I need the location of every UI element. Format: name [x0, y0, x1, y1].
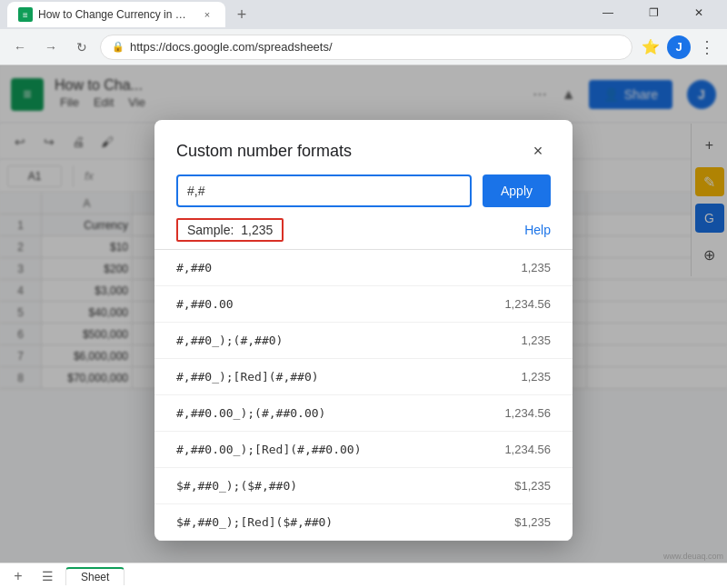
tab-favicon: ≡ — [18, 7, 33, 22]
url-bar[interactable]: 🔒 https://docs.google.com/spreadsheets/ — [100, 35, 632, 60]
active-tab[interactable]: ≡ How to Change Currency in Goo... × — [7, 2, 225, 27]
list-item[interactable]: $#,##0_);[Red]($#,##0) $1,235 — [154, 504, 573, 541]
format-preview: 1,235 — [521, 261, 551, 274]
tab-bar: ≡ How to Change Currency in Goo... × + — [7, 2, 587, 27]
page-content: ≡ How to Cha... File Edit Vie ⋯ ▲ 👤 Shar… — [0, 65, 727, 588]
format-code: $#,##0_);($#,##0) — [176, 479, 297, 493]
format-preview: 1,235 — [521, 334, 551, 347]
list-item[interactable]: #,##0 1,235 — [154, 250, 573, 286]
format-code: #,##0_);[Red](#,##0) — [176, 370, 319, 384]
format-preview: 1,235 — [521, 370, 551, 384]
title-bar: ≡ How to Change Currency in Goo... × + —… — [0, 0, 727, 29]
add-sheet-button[interactable]: + — [7, 565, 29, 587]
format-input-area: Apply — [154, 174, 573, 214]
reload-button[interactable]: ↻ — [69, 35, 95, 60]
close-button[interactable]: ✕ — [678, 0, 720, 25]
format-code: #,##0.00_);[Red](#,##0.00) — [176, 443, 362, 456]
format-preview: $1,235 — [514, 515, 551, 529]
list-item[interactable]: #,##0_);(#,##0) 1,235 — [154, 323, 573, 359]
list-item[interactable]: #,##0.00_);[Red](#,##0.00) 1,234.56 — [154, 432, 573, 468]
format-input-field[interactable] — [176, 174, 472, 207]
sample-area: Sample: 1,235 Help — [154, 214, 573, 249]
sheet-list-button[interactable]: ☰ — [36, 565, 58, 587]
new-tab-button[interactable]: + — [229, 2, 254, 27]
watermark: www.deuaq.com — [663, 552, 723, 561]
browser-user-avatar[interactable]: J — [667, 35, 691, 59]
list-item[interactable]: #,##0.00 1,234.56 — [154, 286, 573, 323]
list-item[interactable]: #,##0.00_);(#,##0.00) 1,234.56 — [154, 395, 573, 432]
tab-title: How to Change Currency in Goo... — [38, 8, 194, 21]
sheet-tab[interactable]: Sheet — [65, 567, 124, 585]
tab-close-button[interactable]: × — [200, 7, 214, 22]
address-bar: ← → ↻ 🔒 https://docs.google.com/spreadsh… — [0, 29, 727, 65]
format-preview: 1,234.56 — [504, 297, 551, 311]
sample-label: Sample: — [187, 223, 234, 237]
restore-button[interactable]: ❐ — [632, 0, 674, 25]
format-preview: 1,234.56 — [504, 443, 551, 456]
back-button[interactable]: ← — [7, 35, 33, 60]
browser-frame: ≡ How to Change Currency in Goo... × + —… — [0, 0, 727, 588]
bottom-bar-wrapper: + ☰ Sheet — [0, 563, 727, 588]
window-controls: — ❐ ✕ — [587, 0, 720, 29]
dialog-overlay: Custom number formats × Apply Sample: 1,… — [0, 65, 727, 588]
url-text: https://docs.google.com/spreadsheets/ — [130, 40, 333, 54]
format-code: #,##0.00 — [176, 297, 234, 311]
custom-number-formats-dialog: Custom number formats × Apply Sample: 1,… — [154, 120, 573, 541]
format-code: #,##0_);(#,##0) — [176, 334, 283, 347]
extensions-icon[interactable]: ⭐ — [638, 35, 663, 60]
format-preview: $1,235 — [514, 479, 551, 493]
format-list[interactable]: #,##0 1,235 #,##0.00 1,234.56 #,##0_);(#… — [154, 249, 573, 541]
format-code: #,##0.00_);(#,##0.00) — [176, 406, 325, 420]
help-link[interactable]: Help — [524, 223, 551, 237]
bottom-bar: + ☰ Sheet — [0, 563, 727, 588]
format-code: #,##0 — [176, 261, 212, 274]
apply-button[interactable]: Apply — [483, 174, 551, 207]
dialog-close-button[interactable]: × — [525, 138, 551, 164]
list-item[interactable]: $#,##0_);($#,##0) $1,235 — [154, 468, 573, 504]
minimize-button[interactable]: — — [587, 0, 629, 25]
lock-icon: 🔒 — [112, 41, 124, 53]
menu-icon[interactable]: ⋮ — [694, 35, 720, 60]
sample-box: Sample: 1,235 — [176, 218, 284, 242]
format-preview: 1,234.56 — [504, 406, 551, 420]
sample-value: 1,235 — [241, 223, 273, 237]
format-code: $#,##0_);[Red]($#,##0) — [176, 515, 333, 529]
browser-toolbar-icons: ⭐ J ⋮ — [638, 35, 720, 60]
dialog-header: Custom number formats × — [154, 120, 573, 174]
dialog-title: Custom number formats — [176, 142, 352, 161]
list-item[interactable]: #,##0_);[Red](#,##0) 1,235 — [154, 359, 573, 395]
forward-button[interactable]: → — [38, 35, 64, 60]
